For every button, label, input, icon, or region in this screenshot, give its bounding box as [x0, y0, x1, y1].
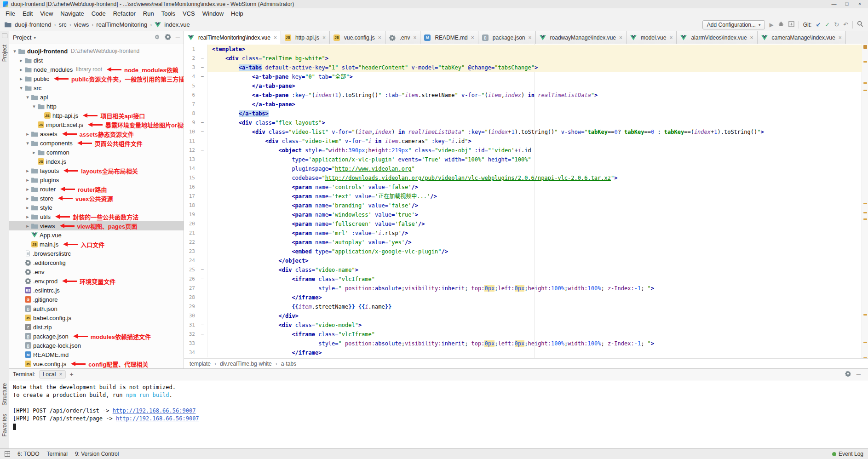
chevron-right-icon[interactable]: ▸	[25, 205, 30, 211]
add-configuration-button[interactable]: Add Configuration...▾	[702, 20, 765, 29]
chevron-right-icon[interactable]: ▸	[25, 186, 30, 192]
menu-tools[interactable]: Tools	[158, 9, 179, 18]
fold-marker[interactable]: −	[198, 72, 207, 81]
fold-marker[interactable]: −	[198, 45, 207, 54]
git-commit-icon[interactable]: ✓	[825, 22, 830, 28]
chevron-down-icon[interactable]: ▾	[12, 48, 17, 54]
code-line[interactable]: 7 </a-tab-pane>	[184, 100, 862, 109]
chevron-down-icon[interactable]: ▾	[25, 140, 30, 146]
tree-item-index.js[interactable]: JSindex.js	[9, 157, 184, 166]
tree-item-api[interactable]: ▾api	[9, 92, 184, 102]
code-line[interactable]: 13 type='application/x-vlc-plugin' event…	[184, 155, 862, 164]
chevron-right-icon[interactable]: ▸	[18, 57, 24, 63]
breadcrumb-item-views[interactable]: views	[74, 21, 89, 28]
tree-item-views[interactable]: ▸viewsview视图、pages页面	[9, 221, 184, 230]
menu-window[interactable]: Window	[199, 9, 227, 18]
code-line[interactable]: 31− <div class="video-model">	[184, 321, 862, 330]
chevron-right-icon[interactable]: ▸	[25, 214, 30, 220]
warning-mark-icon[interactable]	[863, 82, 867, 84]
editor-tab-http-api.js[interactable]: JShttp-api.js×	[281, 31, 330, 44]
terminal-link[interactable]: http://192.168.66.56:9007	[113, 407, 196, 414]
code-line[interactable]: 33 style=" position:absolute;visibility:…	[184, 339, 862, 348]
run-button[interactable]: ▶	[769, 22, 773, 28]
tool-window-toggler-icon[interactable]	[5, 451, 10, 457]
tree-item-App.vue[interactable]: App.vue	[9, 230, 184, 240]
settings-icon[interactable]	[165, 34, 171, 41]
code-line[interactable]: 19 <param name='windowless' value='true'…	[184, 210, 862, 219]
chevron-right-icon[interactable]: ▸	[25, 177, 30, 183]
warning-mark-icon[interactable]	[863, 218, 867, 220]
editor-tab-README.md[interactable]: MREADME.md×	[420, 31, 478, 44]
close-icon[interactable]: ×	[322, 34, 326, 41]
tree-item-.env.prod[interactable]: .env.prod环境变量文件	[9, 276, 184, 286]
code-line[interactable]: 16 <param name='controls' value='false'/…	[184, 183, 862, 192]
breadcrumb-item-realTimeMonitoring[interactable]: realTimeMonitoring	[96, 21, 147, 28]
warning-mark-icon[interactable]	[863, 212, 867, 213]
tree-item-package.json[interactable]: {}package.jsonmodules依赖描述文件	[9, 332, 184, 341]
code-line[interactable]: 21 <param name='mrl' :value='i.rtsp'/>	[184, 229, 862, 238]
tree-item-package-lock.json[interactable]: {}package-lock.json	[9, 341, 184, 350]
search-everywhere-icon[interactable]	[857, 21, 863, 29]
menu-navigate[interactable]: Navigate	[57, 9, 87, 18]
terminal-tab-local[interactable]: Local ×	[39, 370, 66, 379]
code-line[interactable]: 20 <param name='fullscreen' value='false…	[184, 219, 862, 229]
fold-marker[interactable]: −	[198, 118, 207, 127]
chevron-down-icon[interactable]: ▾	[25, 94, 30, 100]
fold-marker[interactable]: −	[198, 91, 207, 100]
tool-windows-icon[interactable]	[2, 34, 7, 38]
editor-breadcrumb-template[interactable]: template	[190, 361, 211, 367]
editor-tab-alarmVideos-index.vue[interactable]: alarmVideos\index.vue×	[677, 31, 757, 44]
tree-item-store[interactable]: ▸storevuex公共资源	[9, 194, 184, 203]
tree-item-importExcel.js[interactable]: JSimportExcel.js暴露环境变量地址给图片or视频资源路径全局变量	[9, 120, 184, 129]
fold-marker[interactable]: −	[198, 265, 207, 275]
maximize-button[interactable]: □	[840, 0, 853, 8]
editor-tab-model.vue[interactable]: model.vue×	[627, 31, 677, 44]
chevron-right-icon[interactable]: ▸	[31, 149, 37, 155]
breadcrumb-item-index.vue[interactable]: index.vue	[155, 21, 190, 28]
code-line[interactable]: 5 </a-tab-pane>	[184, 81, 862, 91]
tree-item-auth.json[interactable]: {}auth.json	[9, 304, 184, 313]
menu-run[interactable]: Run	[139, 9, 158, 18]
chevron-down-icon[interactable]: ▾	[34, 35, 36, 40]
fold-marker[interactable]: −	[198, 137, 207, 146]
chevron-right-icon[interactable]: ▸	[18, 76, 24, 82]
tree-item-common[interactable]: ▸common	[9, 148, 184, 157]
code-line[interactable]: 30 </div>	[184, 311, 862, 321]
code-line[interactable]: 2− <div class="realTime bg-white">	[184, 54, 862, 63]
fold-marker[interactable]: −	[198, 321, 207, 330]
tree-item-.editorconfig[interactable]: .editorconfig	[9, 258, 184, 267]
terminal-link[interactable]: http://192.168.66.56:9007	[116, 415, 199, 422]
statusbar-terminal[interactable]: Terminal	[47, 451, 68, 457]
chevron-right-icon[interactable]: ▸	[25, 131, 30, 137]
git-update-icon[interactable]: ↙	[816, 22, 821, 28]
code-line[interactable]: 25− <div class="video-name">	[184, 265, 862, 275]
statusbar--todo[interactable]: 6: TODO	[17, 451, 40, 457]
fold-marker[interactable]: −	[198, 63, 207, 72]
tree-item-dist[interactable]: ▸dist	[9, 56, 184, 65]
warning-mark-icon[interactable]	[863, 342, 867, 343]
close-icon[interactable]: ×	[839, 34, 842, 41]
warning-mark-icon[interactable]	[863, 203, 867, 204]
breadcrumb-item-src[interactable]: src	[59, 21, 67, 28]
close-icon[interactable]: ×	[378, 34, 381, 41]
code-line[interactable]: 14 pluginspage="http://www.videolan.org"	[184, 164, 862, 173]
tree-item-public[interactable]: ▸publicpublic资源文件夹，一般放引用的第三方插件	[9, 74, 184, 83]
menu-file[interactable]: File	[2, 9, 19, 18]
tree-item-babel.config.js[interactable]: JSbabel.config.js	[9, 313, 184, 322]
debug-button[interactable]	[778, 21, 784, 29]
hide-panel-icon[interactable]: ─	[176, 34, 180, 41]
menu-edit[interactable]: Edit	[19, 9, 36, 18]
tree-item-components[interactable]: ▾components页面公共组件文件	[9, 138, 184, 148]
close-icon[interactable]: ×	[750, 34, 753, 41]
tree-item-plugins[interactable]: ▸plugins	[9, 175, 184, 184]
new-terminal-session-icon[interactable]: +	[69, 371, 73, 378]
code-line[interactable]: 10− <div class="video-list" v-for="(item…	[184, 127, 862, 137]
editor-breadcrumb-a-tabs[interactable]: a-tabs	[281, 361, 296, 367]
code-line[interactable]: 9− <div class="flex-layouts">	[184, 118, 862, 127]
menu-refactor[interactable]: Refactor	[109, 9, 139, 18]
menu-view[interactable]: View	[36, 9, 57, 18]
editor-breadcrumb-div.realTime.bg-white[interactable]: div.realTime.bg-white	[220, 361, 272, 367]
editor-tab-.env[interactable]: .env×	[385, 31, 421, 44]
close-icon[interactable]: ×	[529, 34, 532, 41]
stripe-label-project[interactable]: Project	[1, 45, 8, 62]
